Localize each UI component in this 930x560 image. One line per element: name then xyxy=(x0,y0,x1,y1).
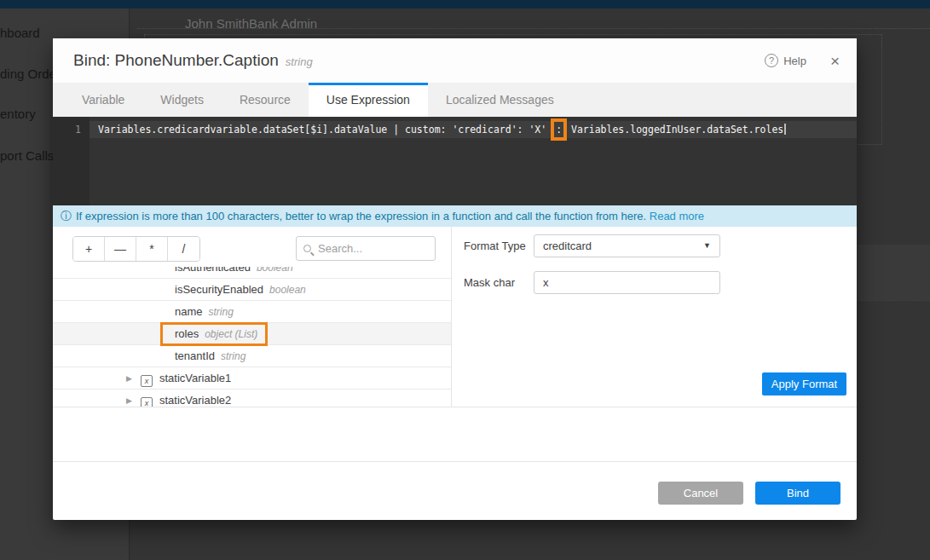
tree-item-name: isSecurityEnabled xyxy=(175,283,263,296)
bind-dialog: Bind: PhoneNumber.Captionstring ? Help ×… xyxy=(53,38,857,520)
dialog-header: Bind: PhoneNumber.Captionstring ? Help × xyxy=(53,38,857,83)
dialog-title-text: Bind: PhoneNumber.Caption xyxy=(73,51,279,69)
tree-row-isauthenticated[interactable]: isAuthenticatedboolean xyxy=(53,267,451,279)
operator-group: + — * / xyxy=(72,236,200,262)
chevron-down-icon: ▼ xyxy=(703,235,711,257)
variable-icon: x xyxy=(141,397,153,407)
expression-highlight: : xyxy=(556,124,562,136)
tab-resource[interactable]: Resource xyxy=(222,83,309,117)
tree-item-name: isAuthenticated xyxy=(175,267,251,274)
variable-icon: x xyxy=(141,375,153,387)
dialog-title: Bind: PhoneNumber.Captionstring xyxy=(73,38,313,84)
tree-row-issecurityenabled[interactable]: isSecurityEnabledboolean xyxy=(53,279,451,301)
tree-row-tenantid[interactable]: tenantIdstring xyxy=(53,345,451,367)
tree-item-type: string xyxy=(209,306,234,318)
expression-pre: Variables.credicardvariable.dataSet[$i].… xyxy=(98,124,552,136)
screen: hboard ding Order entory port Calls John… xyxy=(0,0,930,560)
tree-item-type: string xyxy=(221,350,245,362)
variables-panel: + — * / isAuthenticatedboolean isSecurit… xyxy=(53,227,452,407)
tab-use-expression[interactable]: Use Expression xyxy=(309,83,428,117)
sidebar-item-dashboard: hboard xyxy=(0,26,40,40)
apply-format-button[interactable]: Apply Format xyxy=(762,372,846,395)
tree-item-name: staticVariable1 xyxy=(159,372,231,384)
app-topbar xyxy=(0,0,930,9)
tree-row-name[interactable]: namestring xyxy=(53,301,451,323)
dialog-tabs: Variable Widgets Resource Use Expression… xyxy=(53,83,857,117)
search-icon xyxy=(303,245,311,252)
close-icon[interactable]: × xyxy=(830,53,840,69)
search-box xyxy=(296,236,436,261)
format-type-label: Format Type xyxy=(464,240,526,252)
minus-operator-button[interactable]: — xyxy=(105,237,136,261)
cancel-button[interactable]: Cancel xyxy=(658,482,743,505)
mask-char-label: Mask char xyxy=(464,276,515,289)
sidebar-item-pending-orders: ding Order xyxy=(0,66,61,81)
tab-variable[interactable]: Variable xyxy=(64,83,142,117)
tab-localized-messages[interactable]: Localized Messages xyxy=(428,83,572,117)
dialog-title-type: string xyxy=(286,55,313,68)
format-panel: Format Type creditcard ▼ Mask char Apply… xyxy=(453,227,857,407)
tree-row-staticvariable2[interactable]: ▶xstaticVariable2 xyxy=(53,390,451,407)
expression-text: Variables.credicardvariable.dataSet[$i].… xyxy=(98,121,786,138)
dialog-body: + — * / isAuthenticatedboolean isSecurit… xyxy=(53,227,857,407)
tree-item-name: roles xyxy=(175,327,199,340)
tree-item-type: object (List) xyxy=(205,328,257,340)
tree-item-type: boolean xyxy=(257,267,293,274)
sidebar-item-inventory: entory xyxy=(0,107,36,121)
format-type-value: creditcard xyxy=(543,240,592,252)
info-text: If expression is more than 100 character… xyxy=(76,210,646,222)
tree-row-staticvariable1[interactable]: ▶xstaticVariable1 xyxy=(53,367,451,390)
mask-char-input[interactable] xyxy=(534,271,720,294)
read-more-link[interactable]: Read more xyxy=(650,210,704,222)
info-bar: ⓘIf expression is more than 100 characte… xyxy=(53,205,857,227)
text-cursor xyxy=(784,124,786,135)
multiply-operator-button[interactable]: * xyxy=(136,237,168,261)
plus-operator-button[interactable]: + xyxy=(73,237,105,261)
dialog-footer: Cancel Bind xyxy=(53,461,857,520)
chevron-right-icon[interactable]: ▶ xyxy=(126,396,132,405)
bind-button[interactable]: Bind xyxy=(755,482,840,505)
chevron-right-icon[interactable]: ▶ xyxy=(126,374,132,383)
tree-item-name: tenantId xyxy=(175,349,215,362)
divide-operator-button[interactable]: / xyxy=(168,237,199,261)
tree-item-name: name xyxy=(175,305,203,318)
tree-row-roles[interactable]: rolesobject (List) xyxy=(53,323,451,345)
expression-post: Variables.loggedInUser.dataSet.roles xyxy=(565,124,783,136)
tab-widgets[interactable]: Widgets xyxy=(142,83,222,117)
variables-tree: isAuthenticatedboolean isSecurityEnabled… xyxy=(53,267,451,407)
help-icon: ? xyxy=(765,54,778,67)
sidebar-item-support-calls: port Calls xyxy=(0,148,54,163)
tree-item-type: boolean xyxy=(269,284,306,296)
help-button[interactable]: ? Help xyxy=(765,54,806,67)
expression-editor[interactable]: 1 Variables.credicardvariable.dataSet[$i… xyxy=(53,117,857,205)
tree-item-name: staticVariable2 xyxy=(159,394,231,407)
info-icon: ⓘ xyxy=(61,210,72,222)
format-type-select[interactable]: creditcard ▼ xyxy=(534,234,720,257)
help-label: Help xyxy=(783,55,806,67)
search-input[interactable] xyxy=(318,242,468,255)
canvas-dotted-line xyxy=(137,28,930,29)
editor-line-number: 1 xyxy=(53,121,81,138)
